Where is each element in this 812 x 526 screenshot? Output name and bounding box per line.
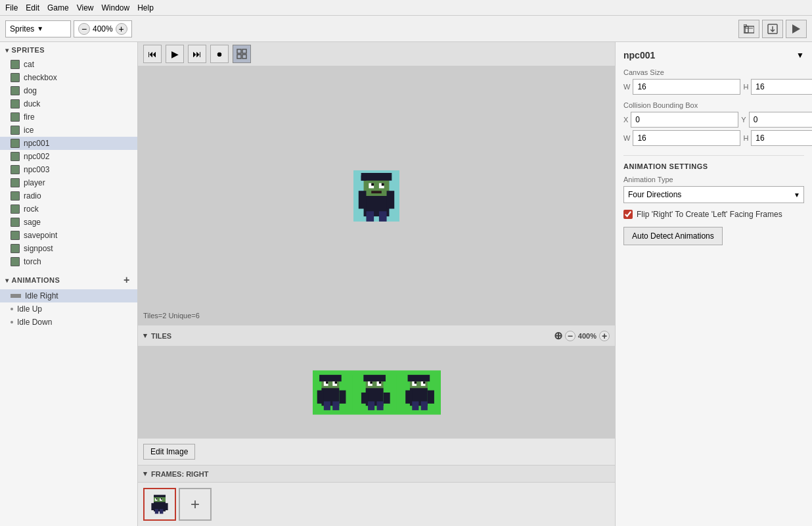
svg-rect-33 bbox=[339, 391, 346, 404]
add-frame-button[interactable]: + bbox=[179, 488, 212, 521]
collision-w-input[interactable] bbox=[633, 130, 740, 146]
tiles-chevron-icon: ▾ bbox=[143, 331, 147, 340]
svg-rect-21 bbox=[366, 211, 374, 222]
tiles-section: ▾ TILES ⊕ − 400% + bbox=[138, 325, 615, 439]
svg-rect-45 bbox=[383, 393, 390, 404]
sidebar-item-sprite-cat[interactable]: cat bbox=[0, 58, 137, 71]
zoom-in-btn[interactable]: + bbox=[116, 23, 127, 35]
frames-header[interactable]: ▾ FRAMES: RIGHT bbox=[138, 466, 615, 483]
svg-rect-35 bbox=[332, 401, 339, 410]
main-layout: ▾ SPRITES catcheckboxdogduckfireicenpc00… bbox=[0, 42, 812, 526]
tiles-zoom-in[interactable]: + bbox=[599, 331, 610, 341]
sprite-icon bbox=[11, 244, 20, 253]
sprites-section-header[interactable]: ▾ SPRITES bbox=[0, 42, 137, 58]
anim-icon bbox=[11, 294, 21, 298]
canvas-height-input[interactable] bbox=[751, 79, 812, 95]
sidebar-item-sprite-npc001[interactable]: npc001 bbox=[0, 137, 137, 150]
play-anim-button[interactable]: ▶ bbox=[166, 45, 184, 63]
sidebar-item-sprite-savepoint[interactable]: savepoint bbox=[0, 229, 137, 242]
svg-rect-55 bbox=[423, 381, 425, 383]
sidebar-item-sprite-dog[interactable]: dog bbox=[0, 84, 137, 97]
add-animation-button[interactable]: + bbox=[122, 275, 132, 285]
sidebar-item-sprite-signpost[interactable]: signpost bbox=[0, 242, 137, 255]
collision-h-input[interactable] bbox=[751, 130, 812, 146]
sidebar-item-sprite-torch[interactable]: torch bbox=[0, 255, 137, 268]
sidebar-item-sprite-ice[interactable]: ice bbox=[0, 124, 137, 137]
grid-icon bbox=[237, 49, 247, 59]
record-button[interactable]: ⏺ bbox=[210, 45, 229, 63]
panel-dropdown-icon[interactable]: ▼ bbox=[796, 51, 804, 60]
tiles-header-right: ⊕ − 400% + bbox=[554, 329, 610, 342]
sidebar-item-sprite-rock[interactable]: rock bbox=[0, 203, 137, 216]
frames-section: ▾ FRAMES: RIGHT bbox=[138, 465, 615, 526]
sprite-icon bbox=[11, 257, 20, 266]
svg-rect-67 bbox=[161, 498, 162, 500]
menu-view[interactable]: View bbox=[77, 3, 94, 12]
sprites-chevron-icon: ▾ bbox=[5, 47, 9, 54]
sidebar-item-anim-0[interactable]: Idle Right bbox=[0, 289, 137, 302]
sprite-icon bbox=[11, 112, 20, 122]
animation-type-select[interactable]: Four Directions Eight Directions Single bbox=[623, 186, 804, 203]
crosshair-icon[interactable]: ⊕ bbox=[554, 329, 562, 342]
sprites-dropdown[interactable]: Sprites ▼ bbox=[5, 20, 71, 37]
sidebar-item-sprite-npc002[interactable]: npc002 bbox=[0, 150, 137, 163]
tiles-strip-image bbox=[313, 366, 441, 419]
svg-rect-59 bbox=[420, 401, 427, 410]
svg-rect-58 bbox=[412, 401, 418, 410]
svg-rect-70 bbox=[155, 509, 158, 514]
sprite-icon bbox=[11, 178, 20, 187]
menu-window[interactable]: Window bbox=[102, 3, 130, 12]
svg-rect-31 bbox=[334, 381, 336, 383]
menu-help[interactable]: Help bbox=[137, 3, 154, 12]
sidebar: ▾ SPRITES catcheckboxdogduckfireicenpc00… bbox=[0, 42, 138, 526]
sidebar-item-sprite-checkbox[interactable]: checkbox bbox=[0, 71, 137, 84]
animations-chevron-icon: ▾ bbox=[5, 277, 9, 284]
flip-checkbox-label: Flip 'Right' To Create 'Left' Facing Fra… bbox=[637, 210, 782, 219]
collision-h-prefix: H bbox=[743, 134, 748, 142]
canvas-w-prefix: W bbox=[623, 83, 630, 91]
canvas-size-group: Canvas Size W H bbox=[623, 68, 804, 95]
grid-button[interactable] bbox=[233, 45, 251, 63]
menu-edit[interactable]: Edit bbox=[26, 3, 39, 12]
sidebar-item-sprite-sage[interactable]: sage bbox=[0, 216, 137, 229]
collision-wh-row: W H bbox=[623, 130, 804, 146]
export-button[interactable] bbox=[762, 20, 783, 38]
sidebar-item-sprite-npc003[interactable]: npc003 bbox=[0, 163, 137, 176]
svg-rect-22 bbox=[379, 211, 387, 222]
skip-forward-button[interactable]: ⏭ bbox=[188, 45, 206, 63]
svg-rect-38 bbox=[363, 375, 386, 381]
svg-rect-13 bbox=[361, 175, 367, 180]
frame-thumbnail-0[interactable] bbox=[143, 488, 176, 521]
sidebar-item-anim-2[interactable]: Idle Down bbox=[0, 316, 137, 329]
tiles-zoom-out[interactable]: − bbox=[565, 331, 575, 341]
menu-file[interactable]: File bbox=[5, 3, 18, 12]
svg-rect-56 bbox=[405, 391, 412, 404]
svg-rect-34 bbox=[323, 401, 330, 410]
animations-section-header[interactable]: ▾ ANIMATIONS + bbox=[0, 271, 137, 289]
flip-checkbox-row: Flip 'Right' To Create 'Left' Facing Fra… bbox=[623, 210, 804, 219]
animation-type-group: Animation Type Four Directions Eight Dir… bbox=[623, 176, 804, 203]
frames-list: + bbox=[138, 483, 615, 526]
open-folder-button[interactable] bbox=[738, 20, 759, 38]
canvas-width-input[interactable] bbox=[633, 79, 740, 95]
zoom-out-btn[interactable]: − bbox=[78, 23, 90, 35]
sidebar-item-sprite-radio[interactable]: radio bbox=[0, 189, 137, 203]
play-icon bbox=[792, 24, 800, 34]
collision-x-input[interactable] bbox=[631, 112, 738, 128]
menu-game[interactable]: Game bbox=[47, 3, 69, 12]
sprite-icon bbox=[11, 73, 20, 82]
tiles-header[interactable]: ▾ TILES ⊕ − 400% + bbox=[138, 325, 615, 347]
sidebar-item-sprite-player[interactable]: player bbox=[0, 176, 137, 189]
edit-image-button[interactable]: Edit Image bbox=[143, 444, 195, 460]
sidebar-item-sprite-duck[interactable]: duck bbox=[0, 97, 137, 110]
svg-rect-30 bbox=[326, 381, 328, 383]
sprite-preview-image bbox=[353, 170, 399, 222]
sidebar-item-anim-1[interactable]: Idle Up bbox=[0, 302, 137, 316]
play-button[interactable] bbox=[786, 20, 807, 38]
sprite-icon bbox=[11, 139, 20, 148]
collision-y-input[interactable] bbox=[749, 112, 812, 128]
auto-detect-button[interactable]: Auto Detect Animations bbox=[623, 227, 723, 245]
flip-checkbox[interactable] bbox=[623, 210, 633, 219]
sidebar-item-sprite-fire[interactable]: fire bbox=[0, 110, 137, 124]
skip-back-button[interactable]: ⏮ bbox=[143, 45, 162, 63]
